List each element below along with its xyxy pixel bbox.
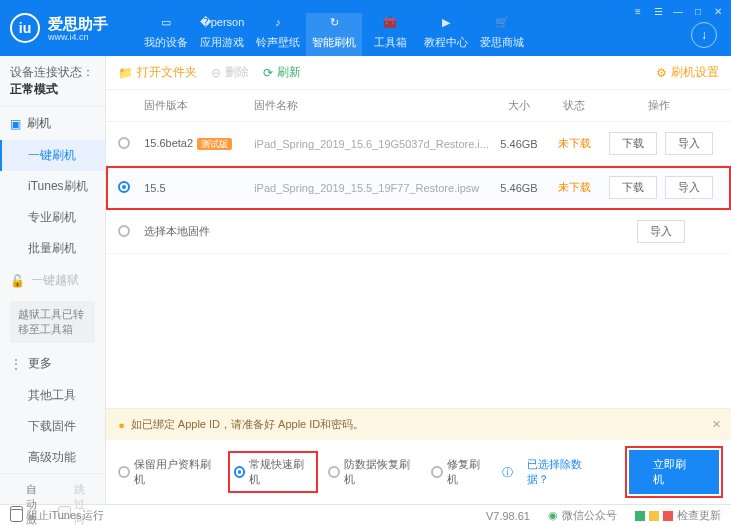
firmware-row-selected[interactable]: 15.5 iPad_Spring_2019_15.5_19F77_Restore… <box>106 166 731 210</box>
titlebar: iu 爱思助手 www.i4.cn ▭我的设备 �person应用游戏 ♪铃声壁… <box>0 0 731 56</box>
logo-icon: iu <box>10 13 40 43</box>
book-icon: ▶ <box>437 13 455 31</box>
trash-icon: ⊖ <box>211 66 221 80</box>
main-panel: 📁打开文件夹 ⊖删除 ⟳刷新 ⚙刷机设置 固件版本 固件名称 大小 状态 操作 … <box>106 56 731 504</box>
mode-repair[interactable]: 修复刷机 <box>431 457 488 487</box>
close-warning-button[interactable]: ✕ <box>712 418 721 431</box>
sidebar-item-itunes-flash[interactable]: iTunes刷机 <box>0 171 105 202</box>
info-icon[interactable]: ⓘ <box>502 465 513 480</box>
beta-tag: 测试版 <box>197 138 232 150</box>
lock-open-icon: 🔓 <box>10 274 25 288</box>
wechat-link[interactable]: ◉微信公众号 <box>548 508 617 523</box>
sidebar-item-advanced[interactable]: 高级功能 <box>0 442 105 473</box>
nav-apps[interactable]: �person应用游戏 <box>194 13 250 56</box>
jailbreak-note: 越狱工具已转移至工具箱 <box>10 301 95 343</box>
minimize-icon[interactable]: — <box>671 4 685 18</box>
sidebar-item-pro-flash[interactable]: 专业刷机 <box>0 202 105 233</box>
flash-icon: ▣ <box>10 117 21 131</box>
mode-keep-data[interactable]: 保留用户资料刷机 <box>118 457 217 487</box>
import-button[interactable]: 导入 <box>665 176 713 199</box>
row-radio[interactable] <box>118 137 130 149</box>
start-flash-button[interactable]: 立即刷机 <box>629 450 719 494</box>
phone-icon: ▭ <box>157 13 175 31</box>
block-itunes-checkbox[interactable]: 阻止iTunes运行 <box>10 508 104 523</box>
firmware-table-header: 固件版本 固件名称 大小 状态 操作 <box>106 90 731 122</box>
import-button[interactable]: 导入 <box>637 220 685 243</box>
flash-settings-button[interactable]: ⚙刷机设置 <box>656 64 719 81</box>
nav-store[interactable]: 🛒爱思商城 <box>474 13 530 56</box>
sidebar: 设备连接状态：正常模式 ▣ 刷机 一键刷机 iTunes刷机 专业刷机 批量刷机… <box>0 56 106 504</box>
exclude-data-link[interactable]: 已选择除数据？ <box>527 457 601 487</box>
sidebar-item-batch-flash[interactable]: 批量刷机 <box>0 233 105 264</box>
music-icon: ♪ <box>269 13 287 31</box>
menu-icon[interactable]: ≡ <box>631 4 645 18</box>
delete-button[interactable]: ⊖删除 <box>211 64 249 81</box>
nav-toolbox[interactable]: 🧰工具箱 <box>362 13 418 56</box>
download-indicator[interactable]: ↓ <box>691 22 717 48</box>
version-label: V7.98.61 <box>486 510 530 522</box>
nav-tutorials[interactable]: ▶教程中心 <box>418 13 474 56</box>
firmware-row[interactable]: 15.6beta2测试版 iPad_Spring_2019_15.6_19G50… <box>106 122 731 166</box>
cart-icon: 🛒 <box>493 13 511 31</box>
sidebar-item-other-tools[interactable]: 其他工具 <box>0 380 105 411</box>
apps-icon: �person <box>213 13 231 31</box>
main-nav: ▭我的设备 �person应用游戏 ♪铃声壁纸 ↻智能刷机 🧰工具箱 ▶教程中心… <box>138 0 530 56</box>
sidebar-group-jailbreak[interactable]: 🔓 一键越狱 <box>0 264 105 297</box>
nav-my-device[interactable]: ▭我的设备 <box>138 13 194 56</box>
import-button[interactable]: 导入 <box>665 132 713 155</box>
wechat-icon: ◉ <box>548 509 558 522</box>
download-button[interactable]: 下载 <box>609 132 657 155</box>
nav-ringtones[interactable]: ♪铃声壁纸 <box>250 13 306 56</box>
open-folder-button[interactable]: 📁打开文件夹 <box>118 64 197 81</box>
flash-mode-row: 保留用户资料刷机 常规快速刷机 防数据恢复刷机 修复刷机 ⓘ 已选择除数据？ 立… <box>106 440 731 504</box>
appleid-warning: ● 如已绑定 Apple ID，请准备好 Apple ID和密码。 ✕ <box>106 409 731 440</box>
gear-icon: ⚙ <box>656 66 667 80</box>
toolbox-icon: 🧰 <box>381 13 399 31</box>
statusbar: 阻止iTunes运行 V7.98.61 ◉微信公众号 检查更新 <box>0 504 731 526</box>
sidebar-item-download-firmware[interactable]: 下载固件 <box>0 411 105 442</box>
sidebar-group-flash[interactable]: ▣ 刷机 <box>0 107 105 140</box>
download-button[interactable]: 下载 <box>609 176 657 199</box>
sidebar-item-oneclick-flash[interactable]: 一键刷机 <box>0 140 105 171</box>
refresh-button[interactable]: ⟳刷新 <box>263 64 301 81</box>
local-firmware-row[interactable]: 选择本地固件 导入 <box>106 210 731 254</box>
more-icon: ⋮ <box>10 357 22 371</box>
app-logo: iu 爱思助手 www.i4.cn <box>10 13 108 43</box>
maximize-icon[interactable]: □ <box>691 4 705 18</box>
close-icon[interactable]: ✕ <box>711 4 725 18</box>
window-controls: ≡ ☰ — □ ✕ <box>631 4 725 18</box>
toolbar: 📁打开文件夹 ⊖删除 ⟳刷新 ⚙刷机设置 <box>106 56 731 90</box>
warning-icon: ● <box>118 419 125 431</box>
check-update-link[interactable]: 检查更新 <box>635 508 721 523</box>
connection-status: 设备连接状态：正常模式 <box>0 56 105 107</box>
row-radio[interactable] <box>118 181 130 193</box>
bottom-panel: ● 如已绑定 Apple ID，请准备好 Apple ID和密码。 ✕ 保留用户… <box>106 408 731 504</box>
row-radio[interactable] <box>118 225 130 237</box>
sidebar-group-more[interactable]: ⋮ 更多 <box>0 347 105 380</box>
refresh-icon: ⟳ <box>263 66 273 80</box>
download-icon: ↓ <box>701 28 707 42</box>
lock-icon[interactable]: ☰ <box>651 4 665 18</box>
app-subtitle: www.i4.cn <box>48 32 108 42</box>
mode-normal-fast[interactable]: 常规快速刷机 <box>232 455 314 489</box>
folder-icon: 📁 <box>118 66 133 80</box>
nav-flash[interactable]: ↻智能刷机 <box>306 13 362 56</box>
refresh-icon: ↻ <box>325 13 343 31</box>
mode-anti-recovery[interactable]: 防数据恢复刷机 <box>328 457 417 487</box>
